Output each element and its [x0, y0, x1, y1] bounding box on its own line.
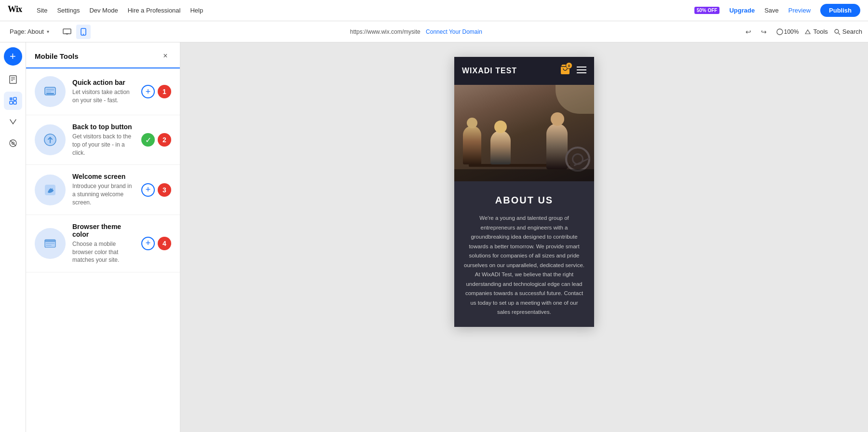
tool-item-browser-theme-color[interactable]: Browser theme color Choose a mobile brow…: [26, 215, 180, 272]
panel-header: Mobile Tools ×: [26, 42, 180, 68]
svg-rect-14: [14, 97, 16, 100]
nav-site[interactable]: Site: [37, 7, 47, 14]
undo-button[interactable]: ↩: [742, 25, 755, 39]
quick-action-bar-icon: [35, 76, 66, 107]
back-to-top-name: Back to top button: [72, 123, 135, 131]
hidden-icon[interactable]: [4, 134, 22, 152]
svg-rect-27: [45, 240, 55, 242]
svg-text:Wix: Wix: [8, 4, 22, 14]
quick-action-bar-actions: + 1: [141, 85, 171, 98]
second-nav: Page: About ▾ https://www.wix.com/mysite…: [0, 21, 868, 42]
svg-rect-21: [46, 93, 54, 94]
browser-theme-color-add-button[interactable]: +: [141, 237, 155, 250]
mobile-about-section: ABOUT US We're a young and talented grou…: [454, 181, 594, 327]
nav-settings[interactable]: Settings: [57, 7, 80, 14]
welcome-screen-desc: Introduce your brand in a stunning welco…: [72, 182, 135, 206]
top-nav: Wix Site Settings Dev Mode Hire a Profes…: [0, 0, 868, 21]
close-panel-button[interactable]: ×: [160, 50, 171, 62]
url-text: https://www.wix.com/mysite: [350, 28, 420, 35]
mobile-tools-panel: Mobile Tools × Quick action bar Let visi…: [26, 42, 180, 432]
cart-icon[interactable]: 0: [559, 64, 571, 78]
nav-help[interactable]: Help: [190, 7, 203, 14]
left-sidebar: +: [0, 42, 26, 432]
about-text: We're a young and talented group of entr…: [464, 214, 584, 317]
back-to-top-actions: ✓ 2: [141, 133, 171, 147]
mobile-preview-frame: WIXADI TEST 0: [454, 57, 594, 327]
connect-domain-link[interactable]: Connect Your Domain: [426, 28, 482, 35]
settings-icon[interactable]: [4, 113, 22, 131]
publish-button[interactable]: Publish: [820, 4, 860, 17]
browser-theme-color-name: Browser theme color: [72, 223, 135, 238]
redo-button[interactable]: ↪: [757, 25, 771, 39]
svg-rect-22: [46, 92, 51, 93]
page-label: Page: About: [10, 28, 44, 35]
view-mode-icons: [60, 25, 91, 39]
zoom-button[interactable]: 100%: [776, 28, 799, 35]
chevron-down-icon: ▾: [47, 29, 49, 34]
svg-point-5: [83, 34, 84, 35]
browser-theme-color-icon: [35, 228, 66, 259]
svg-rect-13: [10, 97, 13, 100]
panel-title: Mobile Tools: [35, 52, 79, 60]
wix-logo[interactable]: Wix: [8, 4, 23, 17]
browser-theme-color-actions: + 4: [141, 237, 171, 250]
desktop-view-button[interactable]: [60, 25, 74, 39]
browser-theme-color-desc: Choose a mobile browser color that match…: [72, 240, 135, 264]
zoom-level: 100%: [784, 28, 799, 35]
quick-action-bar-add-button[interactable]: +: [141, 85, 155, 98]
hamburger-icon[interactable]: [577, 66, 586, 76]
back-to-top-icon: [35, 124, 66, 155]
svg-line-18: [10, 140, 16, 146]
mobile-hero-image: [454, 85, 594, 181]
nav-actions: ↩ ↪ 100% Tools Search: [742, 25, 862, 39]
main-area: +: [0, 42, 868, 432]
step-badge-1: 1: [158, 85, 171, 98]
welcome-screen-actions: + 3: [141, 183, 171, 197]
welcome-screen-icon: [35, 175, 66, 205]
nav-hire[interactable]: Hire a Professional: [128, 7, 181, 14]
svg-rect-23: [46, 89, 54, 91]
tools-button[interactable]: Tools: [804, 28, 827, 35]
svg-rect-16: [14, 101, 16, 104]
quick-action-bar-name: Quick action bar: [72, 79, 135, 86]
preview-button[interactable]: Preview: [788, 7, 811, 14]
mobile-site-title: WIXADI TEST: [462, 67, 517, 75]
save-button[interactable]: Save: [764, 7, 779, 14]
canvas-area: WIXADI TEST 0: [180, 42, 868, 432]
badge-50off: 50% OFF: [694, 7, 720, 14]
back-to-top-desc: Get visitors back to the top of your sit…: [72, 133, 135, 157]
welcome-screen-name: Welcome screen: [72, 173, 135, 180]
svg-rect-28: [46, 243, 54, 244]
welcome-screen-add-button[interactable]: +: [141, 183, 155, 197]
step-badge-2: 2: [158, 133, 171, 147]
tool-item-quick-action-bar[interactable]: Quick action bar Let visitors take actio…: [26, 68, 180, 115]
mobile-header-right: 0: [559, 64, 586, 78]
tool-item-welcome-screen[interactable]: Welcome screen Introduce your brand in a…: [26, 165, 180, 215]
design-icon[interactable]: [4, 92, 22, 110]
tool-item-back-to-top[interactable]: Back to top button Get visitors back to …: [26, 115, 180, 165]
step-badge-4: 4: [158, 237, 171, 250]
back-to-top-check: ✓: [141, 133, 155, 147]
welcome-screen-info: Welcome screen Introduce your brand in a…: [72, 173, 135, 206]
url-bar: https://www.wix.com/mysite Connect Your …: [95, 28, 737, 35]
svg-rect-29: [46, 245, 52, 246]
about-heading: ABOUT US: [464, 195, 584, 206]
browser-theme-color-info: Browser theme color Choose a mobile brow…: [72, 223, 135, 264]
nav-devmode[interactable]: Dev Mode: [89, 7, 118, 14]
page-selector[interactable]: Page: About ▾: [6, 26, 53, 37]
search-button[interactable]: Search: [834, 28, 862, 35]
pages-icon[interactable]: [4, 70, 22, 89]
mobile-site-header: WIXADI TEST 0: [454, 57, 594, 85]
upgrade-button[interactable]: Upgrade: [729, 7, 755, 14]
svg-line-8: [838, 33, 840, 35]
svg-point-7: [835, 29, 839, 33]
quick-action-bar-info: Quick action bar Let visitors take actio…: [72, 79, 135, 105]
cart-badge: 0: [566, 62, 572, 69]
back-to-top-info: Back to top button Get visitors back to …: [72, 123, 135, 157]
mobile-view-button[interactable]: [76, 25, 91, 39]
quick-action-bar-desc: Let visitors take action on your site - …: [72, 88, 135, 105]
svg-rect-15: [10, 101, 13, 104]
svg-rect-1: [63, 29, 71, 34]
svg-rect-9: [10, 76, 16, 83]
add-element-button[interactable]: +: [4, 47, 22, 66]
